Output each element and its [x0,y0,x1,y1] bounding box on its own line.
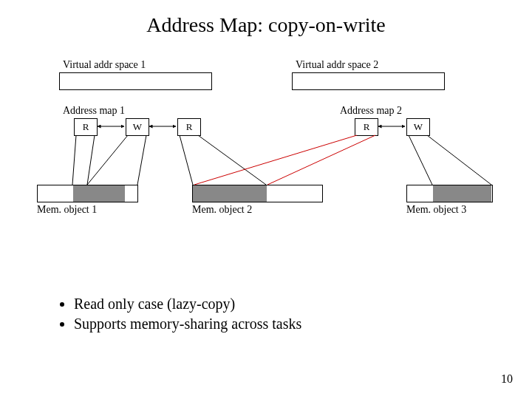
mem-object-2 [192,185,323,202]
map1-entry-r2: R [177,118,201,136]
map2-entry-w: W [406,118,430,136]
diagram: Virtual addr space 1 Virtual addr space … [0,52,532,244]
list-item: Supports memory-sharing across tasks [74,316,301,332]
svg-line-7 [180,135,193,185]
mem-object-1 [37,185,138,202]
svg-line-10 [267,135,375,185]
label-map2: Address map 2 [340,105,402,117]
label-mem1: Mem. object 1 [37,204,97,216]
label-vspace2: Virtual addr space 2 [296,59,378,71]
page-number: 10 [501,372,513,386]
map2-entry-r: R [355,118,378,136]
virtual-addr-space-1 [59,72,212,90]
svg-line-9 [194,135,357,185]
svg-line-8 [198,135,266,185]
virtual-addr-space-2 [292,72,445,90]
svg-line-3 [72,135,76,185]
svg-line-4 [87,135,95,185]
label-mem2: Mem. object 2 [192,204,252,216]
label-mem3: Mem. object 3 [406,204,466,216]
svg-line-11 [409,135,432,185]
svg-line-12 [427,135,491,185]
slide-title: Address Map: copy-on-write [0,13,532,37]
svg-line-5 [87,135,128,185]
map1-entry-r1: R [74,118,98,136]
label-vspace1: Virtual addr space 1 [63,59,146,71]
bullet-list: Read only case (lazy-copy) Supports memo… [44,296,301,335]
mem-object-3 [406,185,493,202]
list-item: Read only case (lazy-copy) [74,296,301,313]
svg-line-6 [137,135,146,185]
map1-entry-w: W [126,118,149,136]
label-map1: Address map 1 [63,105,125,117]
